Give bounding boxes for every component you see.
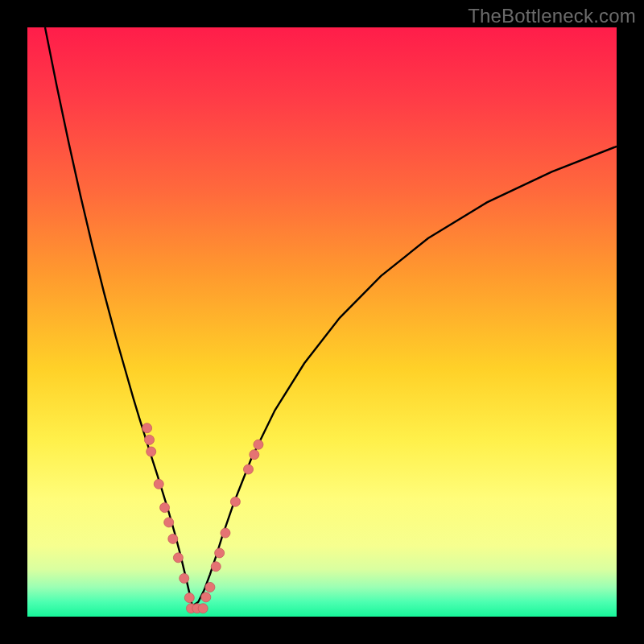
dot-left-8 xyxy=(180,573,189,583)
dot-left-9 xyxy=(184,593,194,603)
dot-left-4 xyxy=(160,503,170,513)
curve-right xyxy=(192,147,617,606)
outer-frame: TheBottleneck.com xyxy=(0,0,644,644)
dot-right-2 xyxy=(211,562,221,572)
dot-right-4 xyxy=(221,528,230,538)
dot-left-7 xyxy=(173,553,183,563)
dot-left-0 xyxy=(142,423,152,433)
dot-left-3 xyxy=(154,479,163,489)
dot-right-3 xyxy=(215,548,225,558)
dot-left-5 xyxy=(164,518,174,527)
dot-right-1 xyxy=(205,582,215,592)
dot-group xyxy=(142,423,263,613)
dot-left-2 xyxy=(147,447,156,456)
dot-right-8 xyxy=(254,440,263,449)
watermark-text: TheBottleneck.com xyxy=(468,5,636,27)
plot-area xyxy=(27,27,617,617)
dot-left-1 xyxy=(145,435,155,444)
dot-right-5 xyxy=(230,497,240,506)
dot-right-7 xyxy=(250,450,259,460)
dot-bottom-2 xyxy=(198,604,208,613)
dot-left-6 xyxy=(168,534,178,543)
dot-right-0 xyxy=(201,592,211,602)
chart-svg xyxy=(27,27,617,617)
dot-right-6 xyxy=(244,464,254,474)
